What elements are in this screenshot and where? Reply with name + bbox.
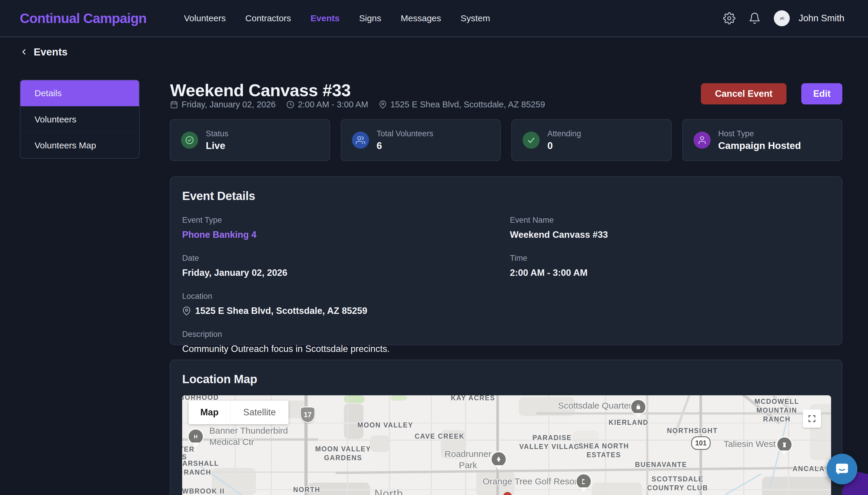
map-label: Orange Tree Golf Resort bbox=[483, 476, 579, 487]
attending-card: Attending 0 bbox=[511, 119, 672, 161]
clock-icon bbox=[286, 101, 294, 108]
status-card: Status Live bbox=[170, 119, 330, 161]
map-label: Taliesin West bbox=[724, 438, 775, 449]
map-type-control: Map Satellite bbox=[189, 400, 289, 424]
app-logo[interactable]: Continual Campaign bbox=[20, 10, 146, 26]
route-shield-17: 17 bbox=[300, 407, 315, 423]
event-details-heading: Event Details bbox=[182, 189, 830, 203]
avatar[interactable]: J·C bbox=[774, 10, 790, 26]
sidebar-item-details[interactable]: Details bbox=[20, 80, 139, 106]
golf-icon[interactable] bbox=[577, 474, 591, 489]
users-icon bbox=[352, 132, 369, 149]
map-label: ANCALA bbox=[792, 465, 824, 474]
map-label: MCDOWELL MOUNTAIN RANCH bbox=[754, 397, 799, 424]
location-map-panel: Location Map bbox=[170, 360, 842, 495]
nav-events[interactable]: Events bbox=[311, 13, 340, 23]
event-details-panel: Event Details Event Type Phone Banking 4… bbox=[170, 176, 842, 345]
breadcrumb-label: Events bbox=[34, 46, 68, 58]
host-type-card: Host Type Campaign Hosted bbox=[682, 119, 842, 161]
map-label: NORTH MOUNTAIN bbox=[286, 485, 327, 495]
map-label: CAVE CREEK bbox=[414, 432, 464, 441]
field-label: Event Name bbox=[510, 216, 830, 225]
map-label: OWBROOK II bbox=[182, 487, 225, 495]
field-label: Location bbox=[182, 292, 830, 301]
field-label: Time bbox=[510, 254, 830, 263]
stat-label: Status bbox=[206, 129, 229, 138]
satellite-button[interactable]: Satellite bbox=[231, 400, 289, 424]
map-button[interactable]: Map bbox=[189, 400, 231, 424]
map-pin-icon bbox=[379, 101, 387, 108]
event-meta-row: Friday, January 02, 2026 2:00 AM - 3:00 … bbox=[170, 100, 545, 109]
main-nav: Volunteers Contractors Events Signs Mess… bbox=[184, 13, 490, 23]
stat-label: Host Type bbox=[718, 129, 801, 138]
user-name[interactable]: John Smith bbox=[799, 13, 845, 23]
page-title: Weekend Canvass #33 bbox=[170, 80, 351, 100]
google-map[interactable]: HBORHOODKAY ACRESScottsdale QuarterMCDOW… bbox=[182, 395, 831, 495]
chat-bubble-icon bbox=[834, 461, 850, 477]
nav-contractors[interactable]: Contractors bbox=[245, 13, 291, 23]
shopping-bag-icon[interactable] bbox=[631, 400, 645, 414]
notifications-bell-icon[interactable] bbox=[749, 12, 761, 24]
event-name-value: Weekend Canvass #33 bbox=[510, 229, 830, 240]
fullscreen-button[interactable] bbox=[803, 409, 821, 428]
date-value: Friday, January 02, 2026 bbox=[182, 268, 510, 278]
location-map-heading: Location Map bbox=[182, 373, 830, 386]
page-root: { "app": { "logo": "Continual Campaign",… bbox=[0, 0, 868, 495]
time-value: 2:00 AM - 3:00 AM bbox=[510, 268, 830, 278]
sidebar-item-volunteers[interactable]: Volunteers bbox=[20, 106, 139, 132]
map-label: MARSHALL RANCH bbox=[182, 459, 219, 477]
hospital-icon[interactable]: H bbox=[189, 429, 203, 444]
check-icon bbox=[523, 132, 540, 149]
description-value: Community Outreach focus in Scottsdale p… bbox=[182, 344, 830, 354]
nav-messages[interactable]: Messages bbox=[400, 13, 441, 23]
map-label: KAY ACRES bbox=[451, 395, 495, 403]
map-label: KIERLAND bbox=[609, 418, 649, 427]
check-circle-icon bbox=[181, 132, 198, 149]
nav-system[interactable]: System bbox=[461, 13, 490, 23]
event-time: 2:00 AM - 3:00 AM bbox=[298, 100, 369, 109]
user-icon bbox=[693, 132, 711, 149]
nav-volunteers[interactable]: Volunteers bbox=[184, 13, 226, 23]
map-label: NORTHSIGHT bbox=[667, 427, 718, 436]
nav-signs[interactable]: Signs bbox=[359, 13, 381, 23]
map-label: SCOTTSDALE COUNTRY CLUB bbox=[647, 475, 708, 493]
stat-value: 6 bbox=[377, 140, 433, 151]
svg-text:H: H bbox=[194, 434, 197, 440]
stat-label: Total Volunteers bbox=[377, 129, 433, 138]
map-label: North bbox=[374, 488, 403, 495]
map-label: Banner Thunderbird Medical Ctr bbox=[209, 425, 288, 447]
map-label: PARADISE VALLEY VILLAGE bbox=[519, 434, 585, 451]
total-volunteers-card: Total Volunteers 6 bbox=[341, 119, 501, 161]
event-type-link[interactable]: Phone Banking 4 bbox=[182, 229, 510, 240]
settings-gear-icon[interactable] bbox=[723, 12, 735, 24]
rook-icon[interactable] bbox=[777, 438, 791, 451]
cancel-event-button[interactable]: Cancel Event bbox=[701, 83, 787, 104]
event-address: 1525 E Shea Blvd, Scottsdale, AZ 85259 bbox=[390, 100, 545, 109]
sidebar-item-volunteers-map[interactable]: Volunteers Map bbox=[20, 132, 139, 158]
map-label: MOON VALLEY bbox=[358, 421, 413, 430]
field-label: Description bbox=[182, 330, 830, 339]
chevron-left-icon bbox=[19, 48, 28, 56]
location-value: 1525 E Shea Blvd, Scottsdale, AZ 85259 bbox=[195, 306, 367, 316]
breadcrumb[interactable]: Events bbox=[19, 46, 68, 58]
field-label: Date bbox=[182, 254, 510, 263]
map-label: SHEA NORTH ESTATES bbox=[578, 442, 629, 460]
stat-value: Campaign Hosted bbox=[718, 140, 801, 151]
map-label: BUENAVANTE bbox=[635, 460, 687, 470]
chat-launcher-button[interactable] bbox=[827, 454, 857, 484]
calendar-icon bbox=[170, 101, 178, 108]
tree-icon[interactable] bbox=[492, 452, 506, 466]
stat-value: Live bbox=[206, 140, 229, 151]
field-label: Event Type bbox=[182, 216, 510, 225]
edit-button[interactable]: Edit bbox=[801, 83, 842, 104]
map-label: Scottsdale Quarter bbox=[558, 400, 632, 411]
event-sidebar: Details Volunteers Volunteers Map bbox=[20, 80, 140, 159]
map-label: MOON VALLEY GARDENS bbox=[315, 445, 371, 463]
stat-label: Attending bbox=[547, 129, 581, 138]
map-label: Roadrunner Park bbox=[445, 448, 491, 471]
fullscreen-icon bbox=[807, 414, 816, 423]
stat-cards: Status Live Total Volunteers 6 Attending… bbox=[170, 119, 842, 161]
event-date: Friday, January 02, 2026 bbox=[182, 100, 276, 109]
route-shield-101: 101 bbox=[691, 436, 711, 450]
top-nav-bar: Continual Campaign Volunteers Contractor… bbox=[0, 0, 868, 37]
